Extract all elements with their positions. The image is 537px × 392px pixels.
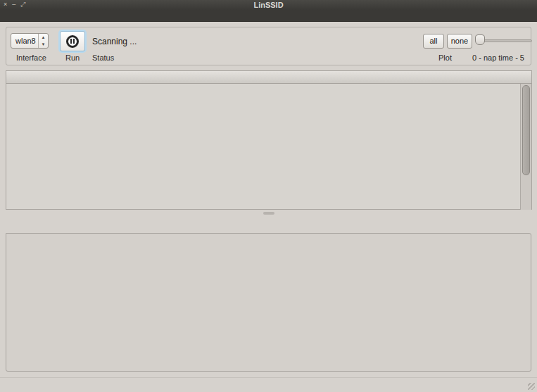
window-title: LinSSID: [0, 0, 537, 10]
status-value: Scanning ...: [92, 37, 137, 46]
title-bar: LinSSID × – ⤢: [0, 0, 537, 10]
status-label: Status: [92, 53, 114, 62]
nap-time-label: 0 - nap time - 5: [472, 53, 524, 62]
resize-grip[interactable]: [528, 383, 535, 390]
splitter-handle[interactable]: [6, 210, 531, 216]
plot-label: Plot: [438, 53, 452, 62]
maximize-icon[interactable]: ⤢: [20, 0, 25, 9]
network-table: [6, 70, 532, 210]
spinner-arrows-icon[interactable]: ▲▼: [38, 34, 48, 48]
minimize-icon[interactable]: –: [12, 0, 15, 9]
table-header-row: [6, 71, 531, 84]
pause-icon: [66, 35, 79, 48]
channel-graph-panel: [6, 233, 531, 372]
run-label: Run: [65, 53, 80, 62]
menu-bar: [0, 10, 537, 22]
plot-none-button[interactable]: none: [447, 34, 472, 49]
interface-select[interactable]: wlan8 ▲▼: [11, 33, 49, 49]
interface-value: wlan8: [15, 37, 36, 45]
toolbar-panel: wlan8 ▲▼ Scanning ... Interface Run Stat…: [6, 27, 531, 65]
run-button[interactable]: [60, 31, 85, 51]
status-bar: [0, 377, 537, 392]
interface-label: Interface: [16, 53, 46, 62]
nap-time-slider-handle[interactable]: [475, 34, 485, 45]
graph-tab-bar: [6, 217, 531, 233]
channel-graph: [6, 234, 531, 371]
plot-all-button[interactable]: all: [423, 34, 444, 49]
scrollbar-thumb[interactable]: [522, 85, 530, 175]
table-vertical-scrollbar[interactable]: [520, 84, 531, 210]
close-icon[interactable]: ×: [4, 0, 7, 9]
